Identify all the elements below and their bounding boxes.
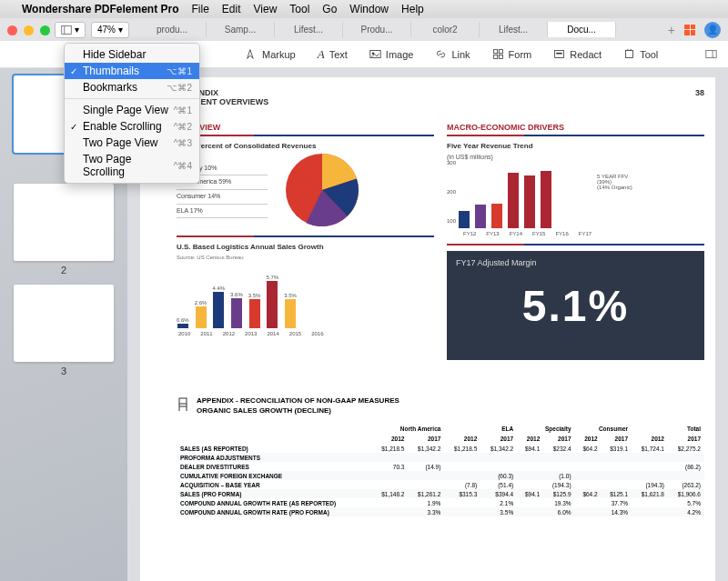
document-page: APPENDIX SEGMENT OVERVIEWS 38 OVERVIEW F… — [140, 77, 715, 581]
menu-hide-sidebar[interactable]: Hide Sidebar — [65, 46, 199, 63]
user-avatar[interactable]: 👤 — [704, 22, 721, 38]
text-label: Text — [329, 49, 348, 60]
recon-title-2: ORGANIC SALES GROWTH (DECLINE) — [197, 406, 399, 415]
link-tool[interactable]: Link — [435, 48, 470, 60]
pie-chart — [286, 154, 359, 226]
svg-rect-6 — [493, 55, 497, 58]
window-controls — [7, 25, 50, 35]
image-tool[interactable]: Image — [369, 48, 414, 60]
app-grid-icon[interactable] — [684, 25, 695, 35]
markup-label: Markup — [262, 49, 296, 60]
tab-6[interactable]: Docu... — [548, 22, 616, 37]
margin-label: FY17 Adjusted Margin — [456, 258, 537, 267]
us-bar-source: Source: US Census Bureau — [177, 255, 434, 260]
overview-heading: OVERVIEW — [177, 123, 434, 132]
us-logistics-bar-chart: 0.6%2.6%4.4%3.6%3.5%5.7%3.5% — [177, 265, 434, 329]
chair-icon — [177, 396, 189, 413]
chevron-down-icon: ▾ — [118, 25, 123, 35]
tool-label: Tool — [640, 49, 658, 60]
menu-two-page-scrolling[interactable]: Two Page Scrolling^⌘4 — [65, 151, 199, 180]
tab-5[interactable]: Lifest... — [480, 22, 548, 37]
thumbnail-2-number: 2 — [11, 265, 116, 275]
redact-label: Redact — [570, 49, 602, 60]
page-number: 38 — [695, 88, 704, 106]
menu-enable-scrolling[interactable]: ✓Enable Scrolling^⌘2 — [65, 118, 199, 135]
markup-tool[interactable]: Markup — [246, 48, 296, 60]
thumbnail-2[interactable] — [14, 184, 114, 261]
text-tool[interactable]: AText — [318, 47, 348, 62]
menu-bookmarks[interactable]: Bookmarks⌥⌘2 — [65, 79, 199, 95]
app-name[interactable]: Wondershare PDFelement Pro — [22, 3, 179, 15]
svg-rect-9 — [557, 53, 563, 55]
adjusted-margin-card: FY17 Adjusted Margin 5.1% — [447, 251, 704, 360]
menu-two-page[interactable]: Two Page View^⌘3 — [65, 135, 199, 151]
check-icon: ✓ — [70, 122, 77, 132]
svg-rect-0 — [62, 25, 72, 34]
link-label: Link — [451, 49, 470, 60]
svg-rect-5 — [499, 50, 502, 54]
tab-4[interactable]: color2 — [411, 22, 480, 37]
sidebar-view-dropdown[interactable]: ▾ — [55, 22, 86, 38]
revenue-bar-chart — [459, 165, 551, 229]
tool-menu[interactable]: Tool — [623, 48, 658, 60]
panel-toggle[interactable] — [705, 48, 717, 60]
rev-trend-title: Five Year Revenue Trend — [447, 142, 704, 150]
macos-menubar: Wondershare PDFelement Pro File Edit Vie… — [0, 0, 728, 18]
menu-edit[interactable]: Edit — [222, 3, 241, 15]
menu-single-page[interactable]: Single Page View^⌘1 — [65, 102, 199, 118]
tab-1[interactable]: Samp... — [207, 22, 275, 37]
menu-go[interactable]: Go — [322, 3, 337, 15]
thumbnail-3[interactable] — [14, 285, 114, 362]
thumbnail-3-number: 3 — [11, 366, 116, 376]
svg-rect-11 — [706, 50, 716, 57]
recon-title-1: APPENDIX - RECONCILIATION OF NON-GAAP ME… — [197, 396, 399, 405]
form-label: Form — [509, 49, 532, 60]
chevron-down-icon: ▾ — [75, 25, 79, 35]
svg-rect-14 — [179, 398, 187, 404]
pie-title: FY17 Percent of Consolidated Revenues — [177, 142, 434, 150]
rev-trend-sub: (in US$ millions) — [447, 154, 704, 160]
form-tool[interactable]: Form — [492, 48, 532, 60]
redact-tool[interactable]: Redact — [553, 48, 602, 60]
reconciliation-table: North AmericaELASpecialtyConsumerTotal20… — [177, 424, 704, 516]
minimize-window-button[interactable] — [24, 25, 34, 35]
zoom-dropdown[interactable]: 47% ▾ — [91, 22, 129, 38]
new-tab-button[interactable]: + — [668, 23, 675, 37]
menu-view[interactable]: View — [254, 3, 278, 15]
macro-heading: MACRO-ECONOMIC DRIVERS — [447, 123, 704, 132]
svg-point-3 — [372, 52, 374, 54]
menu-help[interactable]: Help — [401, 3, 424, 15]
check-icon: ✓ — [70, 66, 77, 76]
tab-2[interactable]: Lifest... — [275, 22, 343, 37]
tab-0[interactable]: produ... — [138, 22, 207, 37]
close-window-button[interactable] — [7, 25, 17, 35]
tab-3[interactable]: Produ... — [343, 22, 411, 37]
menu-thumbnails[interactable]: ✓Thumbnails⌥⌘1 — [65, 63, 199, 79]
margin-value: 5.1% — [522, 281, 629, 331]
svg-rect-7 — [499, 55, 502, 58]
document-viewport[interactable]: APPENDIX SEGMENT OVERVIEWS 38 OVERVIEW F… — [127, 68, 728, 581]
svg-rect-10 — [626, 50, 633, 57]
image-label: Image — [386, 49, 414, 60]
menu-tool[interactable]: Tool — [289, 3, 309, 15]
svg-rect-4 — [493, 50, 497, 54]
fullscreen-window-button[interactable] — [40, 25, 50, 35]
us-bar-title: U.S. Based Logistics Annual Sales Growth — [177, 243, 434, 251]
menu-file[interactable]: File — [192, 3, 209, 15]
document-toolbar: ▾ 47% ▾ produ... Samp... Lifest... Produ… — [0, 18, 728, 41]
zoom-value: 47% — [97, 25, 116, 35]
menu-window[interactable]: Window — [349, 3, 389, 15]
text-icon: A — [318, 47, 325, 62]
sidebar-view-menu: Hide Sidebar ✓Thumbnails⌥⌘1 Bookmarks⌥⌘2… — [64, 43, 200, 184]
document-tabs: produ... Samp... Lifest... Produ... colo… — [138, 22, 662, 37]
menu-separator — [65, 98, 199, 99]
